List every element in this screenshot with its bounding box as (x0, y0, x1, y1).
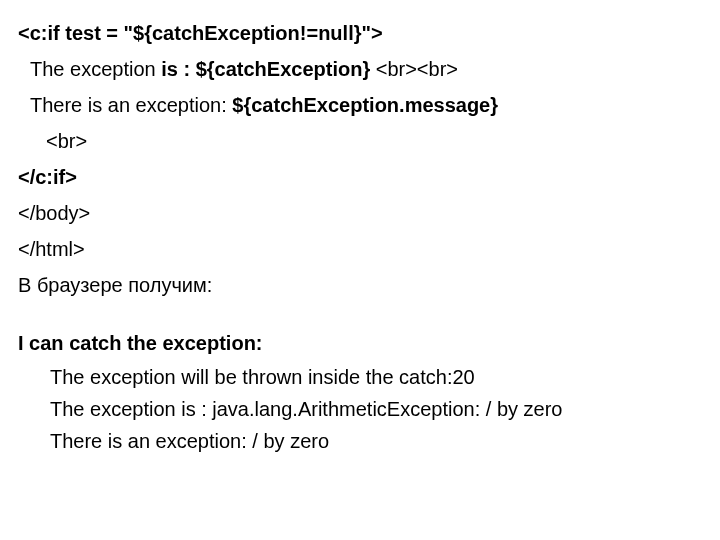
cif-close-tag: </c:if> (18, 166, 77, 188)
output-line-1: The exception will be thrown inside the … (50, 362, 702, 392)
body-close-tag: </body> (18, 202, 90, 224)
output-line-2: The exception is : java.lang.ArithmeticE… (50, 394, 702, 424)
text-the-exception: The exception (30, 58, 161, 80)
code-line-html-close: </html> (18, 234, 702, 264)
code-line-there-is: There is an exception: ${catchException.… (18, 90, 702, 120)
code-line-br: <br> (18, 126, 702, 156)
output-line-3: There is an exception: / by zero (50, 426, 702, 456)
cif-open-tag: <c:if test = " (18, 22, 133, 44)
text-there-is: There is an exception: (30, 94, 232, 116)
code-line-cif-close: </c:if> (18, 162, 702, 192)
cif-open-close: "> (361, 22, 382, 44)
text-br: <br> (46, 130, 87, 152)
code-line-body-close: </body> (18, 198, 702, 228)
text-br-br: <br><br> (370, 58, 458, 80)
output-block: The exception will be thrown inside the … (18, 362, 702, 456)
html-close-tag: </html> (18, 238, 85, 260)
text-is-expr: is : ${catchException} (161, 58, 370, 80)
output-heading: I can catch the exception: (18, 328, 702, 358)
prose-browser-result: В браузере получим: (18, 270, 702, 300)
code-line-cif-open: <c:if test = "${catchException!=null}"> (18, 18, 702, 48)
cif-expr: ${catchException!=null} (133, 22, 361, 44)
code-line-exception-is: The exception is : ${catchException} <br… (18, 54, 702, 84)
text-message-expr: ${catchException.message} (232, 94, 498, 116)
